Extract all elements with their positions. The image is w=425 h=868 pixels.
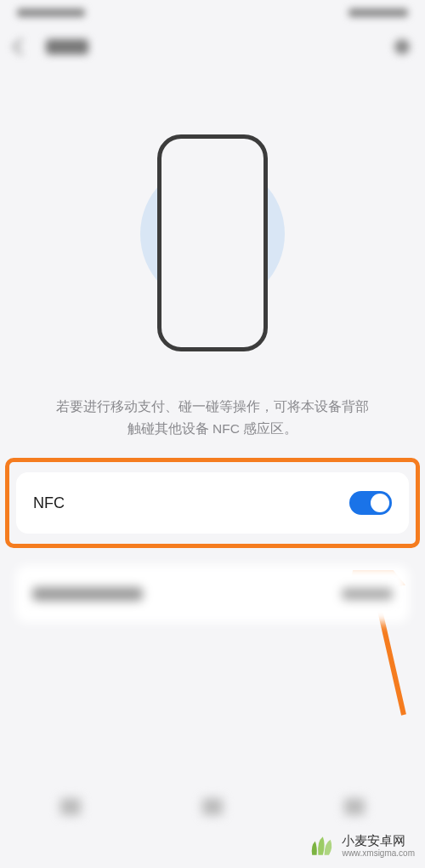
description-line-1: 若要进行移动支付、碰一碰等操作，可将本设备背部: [56, 399, 369, 414]
phone-icon: [157, 134, 268, 351]
nav-icon[interactable]: [202, 798, 223, 815]
watermark-logo-icon: [306, 831, 337, 861]
nav-icon[interactable]: [60, 798, 81, 815]
nfc-setting-row[interactable]: NFC: [16, 472, 409, 534]
description-line-2: 触碰其他设备 NFC 感应区。: [128, 421, 298, 436]
status-time: [17, 9, 85, 17]
nfc-description: 若要进行移动支付、碰一碰等操作，可将本设备背部 触碰其他设备 NFC 感应区。: [0, 396, 425, 439]
back-icon[interactable]: [13, 38, 30, 55]
watermark: 小麦安卓网 www.xmsigma.com: [306, 831, 415, 861]
page-title: [46, 39, 88, 54]
highlight-annotation: NFC: [5, 458, 420, 548]
nav-icon[interactable]: [344, 798, 365, 815]
header-action-icon[interactable]: [394, 39, 410, 54]
setting-value-blurred: [342, 588, 393, 600]
watermark-name: 小麦安卓网: [342, 834, 415, 848]
toggle-knob: [371, 494, 389, 512]
nfc-label: NFC: [33, 494, 65, 512]
setting-label-blurred: [32, 587, 143, 601]
navigation-bar: [0, 790, 425, 824]
secondary-setting-row[interactable]: [15, 565, 410, 623]
status-bar: [0, 0, 425, 26]
header-bar: [0, 26, 425, 68]
status-indicators: [348, 9, 408, 17]
nfc-illustration: [0, 123, 425, 362]
watermark-url: www.xmsigma.com: [342, 848, 415, 858]
nfc-toggle[interactable]: [349, 491, 392, 515]
